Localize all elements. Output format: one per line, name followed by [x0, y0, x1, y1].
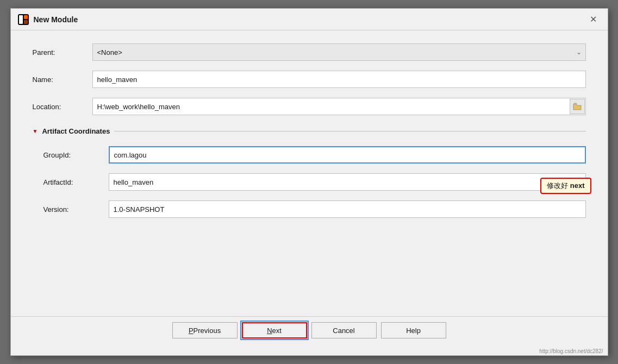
help-button[interactable]: Help [381, 322, 446, 338]
version-input[interactable] [109, 200, 586, 218]
artifactid-input[interactable] [109, 173, 586, 191]
location-label: Location: [33, 103, 92, 111]
title-bar: New Module ✕ [11, 9, 608, 30]
parent-label: Parent: [33, 48, 92, 57]
tooltip-text: 修改好 [547, 181, 570, 190]
svg-rect-1 [19, 15, 23, 24]
next-label: Next [267, 327, 282, 335]
name-row: Name: [33, 71, 586, 88]
parent-row: Parent: <None> ⌄ [33, 43, 586, 61]
groupid-row: GroupId: [43, 146, 586, 164]
location-row: Location: [33, 98, 586, 115]
dialog-title: New Module [34, 15, 78, 24]
next-button[interactable]: Next [242, 322, 307, 338]
browse-folder-button[interactable] [570, 99, 585, 114]
title-bar-left: New Module [17, 14, 78, 26]
cancel-label: Cancel [333, 327, 354, 335]
previous-button[interactable]: PPrevious [172, 322, 238, 338]
groupid-input[interactable] [109, 146, 586, 164]
svg-rect-3 [24, 20, 28, 24]
dialog-content: Parent: <None> ⌄ Name: Location: [11, 30, 608, 316]
section-divider [114, 131, 585, 131]
artifact-section-header: ▼ Artifact Coordinates [33, 127, 586, 135]
watermark: http://blog.csdn.net/dc282/ [11, 348, 608, 355]
dialog-footer: PPrevious Next Cancel Help [11, 316, 608, 348]
version-wrapper: 修改好 next [109, 200, 586, 218]
artifactid-label: ArtifactId: [43, 178, 109, 186]
cancel-button[interactable]: Cancel [311, 322, 377, 338]
version-row: Version: 修改好 next [43, 200, 586, 218]
artifact-form: GroupId: ArtifactId: Version: 修改好 next [33, 146, 586, 228]
artifactid-row: ArtifactId: [43, 173, 586, 191]
parent-select-wrapper: <None> ⌄ [92, 43, 586, 61]
location-wrapper [92, 98, 586, 115]
collapse-triangle-icon[interactable]: ▼ [33, 128, 38, 134]
tooltip-balloon: 修改好 next [540, 178, 591, 194]
parent-select[interactable]: <None> [92, 43, 586, 61]
previous-label: PPrevious [189, 327, 221, 335]
artifact-section-title: Artifact Coordinates [42, 127, 110, 135]
close-button[interactable]: ✕ [586, 12, 601, 27]
name-input[interactable] [92, 71, 586, 88]
help-label: Help [406, 327, 421, 335]
location-input[interactable] [92, 98, 586, 115]
new-module-dialog: New Module ✕ Parent: <None> ⌄ Name: Loca… [10, 8, 608, 356]
tooltip-bold: next [570, 181, 585, 190]
app-icon [17, 14, 29, 26]
name-label: Name: [33, 76, 92, 84]
svg-rect-2 [24, 15, 28, 19]
groupid-label: GroupId: [43, 151, 109, 159]
version-label: Version: [43, 205, 109, 214]
